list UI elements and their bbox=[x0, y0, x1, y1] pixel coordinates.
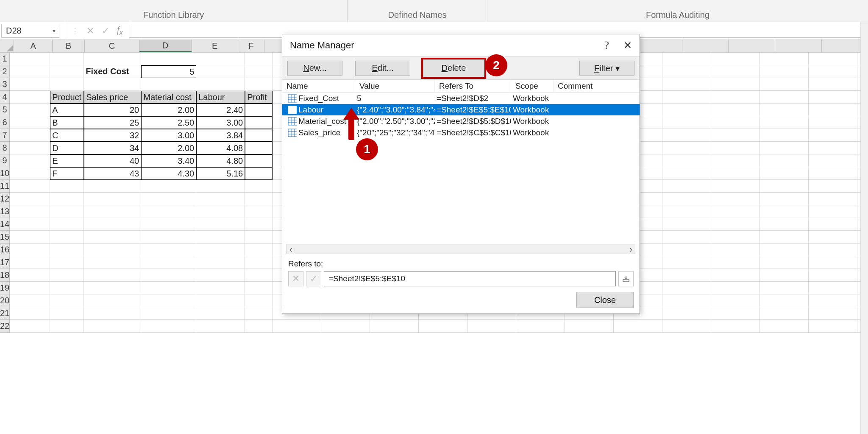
row-header-15[interactable]: 15 bbox=[0, 231, 10, 244]
fx-icon[interactable]: fx bbox=[117, 25, 123, 37]
cell[interactable]: C bbox=[50, 129, 84, 142]
cell[interactable] bbox=[10, 142, 50, 154]
cell[interactable]: Product bbox=[50, 91, 84, 104]
cell[interactable] bbox=[84, 244, 141, 256]
cell[interactable] bbox=[711, 167, 760, 180]
cell[interactable] bbox=[84, 218, 141, 231]
cell[interactable] bbox=[196, 307, 245, 320]
cell[interactable] bbox=[711, 282, 760, 294]
cell[interactable] bbox=[711, 256, 760, 269]
cell[interactable] bbox=[809, 167, 857, 180]
name-row[interactable]: Sales_price{"20";"25";"32";"34";"4...=Sh… bbox=[282, 127, 640, 138]
cell[interactable] bbox=[245, 129, 273, 142]
row-header-4[interactable]: 4 bbox=[0, 91, 10, 104]
cell[interactable] bbox=[196, 282, 245, 294]
row-header-17[interactable]: 17 bbox=[0, 256, 10, 269]
cell[interactable] bbox=[760, 91, 809, 104]
cell[interactable] bbox=[711, 154, 760, 167]
cell[interactable] bbox=[141, 294, 196, 307]
cell[interactable] bbox=[245, 104, 273, 116]
cell[interactable] bbox=[809, 180, 857, 193]
cell[interactable] bbox=[809, 193, 857, 205]
cell[interactable] bbox=[662, 116, 711, 129]
row-header-6[interactable]: 6 bbox=[0, 116, 10, 129]
cell[interactable] bbox=[760, 65, 809, 78]
select-all-corner[interactable] bbox=[0, 40, 14, 52]
cell[interactable]: 5 bbox=[141, 65, 196, 78]
cell[interactable] bbox=[760, 205, 809, 218]
cell[interactable] bbox=[141, 244, 196, 256]
cell[interactable] bbox=[10, 218, 50, 231]
cell[interactable] bbox=[245, 78, 273, 91]
cell[interactable]: Sales price bbox=[84, 91, 141, 104]
cell[interactable] bbox=[50, 269, 84, 282]
cell[interactable] bbox=[711, 294, 760, 307]
cell[interactable] bbox=[760, 244, 809, 256]
cell[interactable]: Labour bbox=[196, 91, 245, 104]
new-button[interactable]: New... bbox=[287, 61, 342, 76]
cell[interactable] bbox=[50, 256, 84, 269]
row-header-10[interactable]: 10 bbox=[0, 167, 10, 180]
cell[interactable] bbox=[10, 154, 50, 167]
row-header-3[interactable]: 3 bbox=[0, 78, 10, 91]
cell[interactable] bbox=[10, 78, 50, 91]
cell[interactable] bbox=[10, 294, 50, 307]
cell[interactable] bbox=[196, 65, 245, 78]
cell[interactable] bbox=[10, 167, 50, 180]
cell[interactable] bbox=[245, 320, 273, 333]
close-button[interactable]: Close bbox=[576, 292, 634, 308]
cell[interactable] bbox=[809, 294, 857, 307]
cell[interactable] bbox=[10, 244, 50, 256]
cell[interactable] bbox=[84, 320, 141, 333]
cell[interactable]: 2.00 bbox=[141, 142, 196, 154]
cell[interactable] bbox=[711, 65, 760, 78]
row-header-13[interactable]: 13 bbox=[0, 205, 10, 218]
cell[interactable] bbox=[50, 294, 84, 307]
cell[interactable] bbox=[809, 53, 857, 65]
cell[interactable]: 2.00 bbox=[141, 104, 196, 116]
cell[interactable] bbox=[711, 244, 760, 256]
cell[interactable] bbox=[245, 142, 273, 154]
row-header-2[interactable]: 2 bbox=[0, 65, 10, 78]
cell[interactable] bbox=[711, 231, 760, 244]
cell[interactable] bbox=[809, 218, 857, 231]
cell[interactable]: 43 bbox=[84, 167, 141, 180]
cell[interactable] bbox=[760, 154, 809, 167]
cell[interactable] bbox=[760, 142, 809, 154]
cancel-formula-icon[interactable]: ✕ bbox=[86, 25, 94, 36]
cell[interactable] bbox=[10, 180, 50, 193]
cell[interactable]: 3.00 bbox=[196, 116, 245, 129]
row-header-11[interactable]: 11 bbox=[0, 180, 10, 193]
name-list[interactable]: Fixed_Cost5=Sheet2!$D$2WorkbookLabour{"2… bbox=[282, 92, 640, 244]
cell[interactable] bbox=[245, 65, 273, 78]
cell[interactable] bbox=[662, 282, 711, 294]
cell[interactable] bbox=[50, 320, 84, 333]
cell[interactable] bbox=[809, 269, 857, 282]
cell[interactable] bbox=[662, 53, 711, 65]
cell[interactable] bbox=[614, 320, 662, 333]
row-header-7[interactable]: 7 bbox=[0, 129, 10, 142]
ribbon-section-formula-auditing[interactable]: Formula Auditing bbox=[487, 0, 868, 22]
cell[interactable] bbox=[809, 129, 857, 142]
cell[interactable] bbox=[662, 154, 711, 167]
cell[interactable] bbox=[711, 104, 760, 116]
cell[interactable] bbox=[141, 53, 196, 65]
cell[interactable] bbox=[809, 91, 857, 104]
cell[interactable] bbox=[245, 307, 273, 320]
cell[interactable] bbox=[662, 218, 711, 231]
cell[interactable] bbox=[809, 142, 857, 154]
cell[interactable] bbox=[711, 193, 760, 205]
cell[interactable]: F bbox=[50, 167, 84, 180]
chevron-down-icon[interactable]: ▼ bbox=[52, 28, 56, 34]
cell[interactable] bbox=[196, 180, 245, 193]
col-header-D[interactable]: D bbox=[139, 40, 192, 52]
cell[interactable] bbox=[245, 205, 273, 218]
cell[interactable] bbox=[662, 180, 711, 193]
cell[interactable] bbox=[10, 307, 50, 320]
cell[interactable] bbox=[711, 180, 760, 193]
cell[interactable] bbox=[196, 231, 245, 244]
cell[interactable] bbox=[711, 78, 760, 91]
cell[interactable]: Fixed Cost bbox=[84, 65, 141, 78]
cell[interactable] bbox=[196, 53, 245, 65]
cell[interactable] bbox=[760, 180, 809, 193]
